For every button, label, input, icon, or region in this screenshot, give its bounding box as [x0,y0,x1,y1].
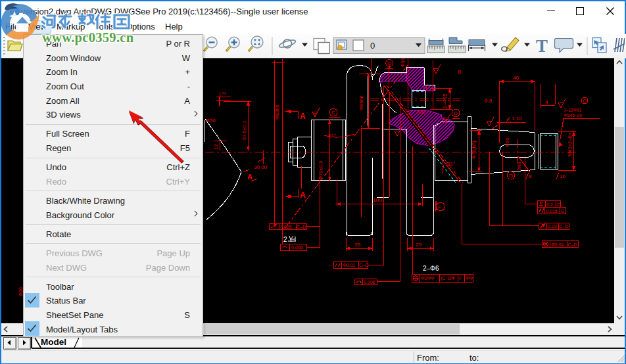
svg-text:1:10: 1:10 [512,116,522,122]
svg-text:0.2: 0.2 [546,202,553,207]
svg-text:Φ63h6: Φ63h6 [274,104,280,120]
svg-text:R56: R56 [206,118,216,124]
svg-text:30 00': 30 00' [254,164,268,170]
svg-text:G: G [509,173,513,179]
svg-text:M42×2–6h: M42×2–6h [567,133,573,156]
svg-text:A: A [300,112,306,121]
svg-text:4: 4 [545,99,548,105]
svg-text:G: G [561,209,564,214]
svg-text:16: 16 [560,173,566,179]
svg-text:Φ65h6: Φ65h6 [358,95,364,110]
svg-text:0.025: 0.025 [280,225,292,229]
svg-text:C: C [557,202,560,207]
svg-text:ΦΦ: ΦΦ [466,276,473,281]
svg-text:8: 8 [529,173,532,179]
svg-text:0.006: 0.006 [364,280,375,284]
svg-text:Φ70(h5): Φ70(h5) [471,141,477,159]
svg-text:(C–DΦ: (C–DΦ [441,276,455,281]
svg-text:R20: R20 [18,287,23,296]
svg-text:0.015: 0.015 [546,209,558,214]
svg-text:2–Φ6: 2–Φ6 [423,265,439,272]
svg-text:Φ2ΦΦ: Φ2ΦΦ [421,276,435,281]
svg-text:T: T [536,36,548,56]
svg-text:ΦS45–29: ΦS45–29 [564,113,582,118]
svg-text:Φ0.01: Φ0.01 [343,263,355,267]
svg-text:2: 2 [283,236,287,243]
svg-text:1–12Φ91: 1–12Φ91 [564,108,581,112]
svg-text:0.03: 0.03 [548,224,557,229]
svg-text:C: C [331,110,335,116]
svg-text:61°: 61° [328,133,336,139]
svg-text:2–Φ25: 2–Φ25 [442,93,448,108]
svg-text:40: 40 [513,75,519,81]
svg-text:C–D: C–D [568,242,577,247]
svg-text:F: F [438,204,441,210]
svg-text:F: F [459,276,462,281]
svg-text:12: 12 [213,144,219,150]
svg-text:0: 0 [370,41,375,51]
svg-text:A: A [247,173,253,181]
svg-text:0.8: 0.8 [485,98,493,104]
svg-text:2: 2 [221,91,227,95]
svg-text:2N9: 2N9 [516,162,522,171]
svg-text:C–D: C–D [559,224,568,229]
svg-text:A: A [300,191,306,200]
svg-text:35: 35 [354,242,360,248]
svg-text:C–D: C–D [297,225,306,229]
svg-text:D: D [454,110,458,116]
svg-text:Φ0.04: Φ0.04 [551,242,564,247]
svg-text:61°: 61° [447,161,455,167]
svg-text:B: B [458,69,461,75]
svg-text:Φ70±0.3: Φ70±0.3 [318,161,324,180]
svg-text:100: 100 [373,197,382,203]
svg-text:0.006: 0.006 [291,245,303,250]
svg-text:C: C [583,99,586,103]
svg-text:Φ50: Φ50 [504,138,510,147]
svg-text:C–D: C–D [359,263,368,267]
svg-text:Q: Q [387,60,391,66]
svg-text:57.5±0.1: 57.5±0.1 [241,121,247,140]
svg-text:Φ340: Φ340 [400,58,405,67]
svg-text:29: 29 [416,242,421,248]
svg-text:R30: R30 [417,110,425,114]
